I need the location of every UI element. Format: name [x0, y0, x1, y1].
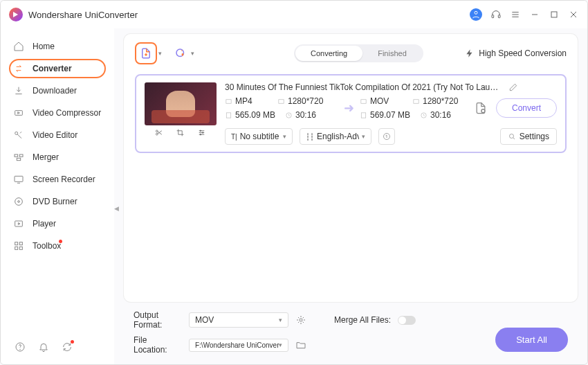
user-account-icon[interactable] — [470, 8, 482, 21]
sidebar-item-player[interactable]: Player — [1, 213, 114, 235]
svg-rect-13 — [19, 154, 23, 157]
arrow-right-icon: ➜ — [339, 100, 360, 116]
sidebar-item-dvd[interactable]: DVD Burner — [1, 190, 114, 213]
svg-rect-19 — [15, 242, 18, 245]
svg-point-44 — [509, 134, 513, 139]
svg-rect-22 — [19, 247, 22, 249]
close-icon[interactable] — [568, 9, 579, 20]
tab-converting[interactable]: Converting — [295, 46, 362, 61]
svg-point-27 — [156, 133, 158, 135]
chevron-down-icon[interactable]: ▾ — [191, 50, 194, 57]
file-location-select[interactable]: F:\Wondershare UniConverter▾ — [189, 339, 288, 352]
convert-button[interactable]: Convert — [496, 98, 557, 118]
svg-point-33 — [201, 134, 202, 135]
svg-rect-38 — [361, 99, 366, 103]
add-url-button[interactable] — [172, 44, 190, 62]
app-logo-icon — [9, 8, 23, 21]
svg-point-45 — [300, 319, 302, 321]
sidebar-label: Player — [33, 219, 56, 229]
sidebar-item-merger[interactable]: Merger — [1, 146, 114, 168]
sidebar-item-converter[interactable]: Converter — [1, 57, 114, 80]
svg-rect-36 — [226, 112, 230, 117]
svg-point-31 — [201, 130, 202, 132]
video-title: 30 Minutes Of The Funniest TikTok Compil… — [225, 82, 502, 92]
sidebar: Home Converter Downloader Video Compress… — [1, 28, 114, 364]
trim-icon[interactable] — [154, 128, 163, 137]
minimize-icon[interactable] — [529, 9, 540, 20]
svg-rect-15 — [15, 176, 23, 181]
crop-icon[interactable] — [176, 128, 185, 137]
bell-icon[interactable] — [38, 341, 49, 353]
add-file-button[interactable] — [135, 42, 157, 64]
tab-finished[interactable]: Finished — [362, 46, 422, 61]
sidebar-label: Converter — [33, 64, 72, 73]
menu-icon[interactable] — [510, 9, 521, 20]
edit-title-icon[interactable] — [508, 82, 518, 92]
merge-label: Merge All Files: — [334, 315, 391, 325]
merge-toggle[interactable] — [398, 316, 416, 325]
sidebar-label: Home — [33, 42, 55, 51]
subtitle-select[interactable]: T|No subtitle▾ — [225, 128, 293, 145]
svg-rect-35 — [279, 99, 284, 103]
svg-point-26 — [156, 130, 158, 132]
svg-point-24 — [20, 349, 21, 350]
svg-rect-14 — [17, 158, 20, 160]
output-format-select[interactable]: MOV▾ — [189, 312, 288, 328]
output-format-label: Output Format: — [134, 310, 182, 330]
sidebar-item-recorder[interactable]: Screen Recorder — [1, 168, 114, 190]
svg-rect-18 — [15, 221, 23, 226]
sidebar-item-compressor[interactable]: Video Compressor — [1, 102, 114, 124]
titlebar: Wondershare UniConverter — [1, 1, 587, 28]
sidebar-label: Toolbox — [33, 241, 61, 251]
sidebar-label: Video Editor — [33, 130, 77, 140]
sidebar-label: Video Compressor — [33, 108, 101, 118]
svg-point-17 — [18, 201, 20, 203]
svg-rect-2 — [498, 15, 500, 18]
file-location-label: File Location: — [134, 335, 182, 355]
svg-point-16 — [15, 198, 23, 206]
effects-icon[interactable] — [197, 128, 206, 137]
svg-rect-39 — [414, 99, 419, 103]
info-button[interactable] — [378, 128, 395, 145]
svg-point-32 — [203, 132, 204, 134]
app-title: Wondershare UniConverter — [28, 10, 470, 20]
open-folder-icon[interactable] — [295, 339, 306, 350]
chevron-down-icon[interactable]: ▾ — [158, 50, 162, 57]
start-all-button[interactable]: Start All — [495, 328, 568, 352]
sidebar-item-editor[interactable]: Video Editor — [1, 124, 114, 146]
high-speed-toggle[interactable]: High Speed Conversion — [465, 48, 567, 58]
svg-rect-21 — [15, 247, 18, 249]
svg-rect-12 — [15, 154, 18, 157]
svg-rect-10 — [15, 111, 23, 116]
sidebar-item-toolbox[interactable]: Toolbox — [1, 235, 114, 257]
sidebar-item-home[interactable]: Home — [1, 35, 114, 57]
sync-icon[interactable] — [62, 341, 73, 353]
sidebar-label: Downloader — [33, 86, 77, 96]
settings-button[interactable]: Settings — [500, 128, 557, 145]
maximize-icon[interactable] — [549, 9, 560, 20]
svg-rect-40 — [361, 112, 365, 117]
video-card: 30 Minutes Of The Funniest TikTok Compil… — [135, 74, 567, 153]
sidebar-label: Merger — [33, 152, 59, 162]
sidebar-label: Screen Recorder — [33, 175, 95, 184]
svg-rect-7 — [551, 12, 557, 17]
output-settings-icon[interactable] — [474, 101, 488, 115]
svg-rect-20 — [19, 242, 22, 245]
collapse-sidebar-icon[interactable]: ◀ — [114, 195, 120, 222]
svg-point-0 — [475, 11, 477, 14]
help-icon[interactable] — [15, 341, 26, 353]
svg-rect-34 — [226, 99, 231, 103]
sidebar-label: DVD Burner — [33, 197, 77, 206]
format-settings-icon[interactable] — [295, 314, 306, 326]
audio-select[interactable]: ┆┆English-Advan...▾ — [300, 128, 371, 145]
sidebar-item-downloader[interactable]: Downloader — [1, 80, 114, 102]
headset-icon[interactable] — [490, 9, 502, 20]
video-thumbnail[interactable] — [145, 82, 217, 125]
svg-rect-1 — [492, 15, 494, 18]
